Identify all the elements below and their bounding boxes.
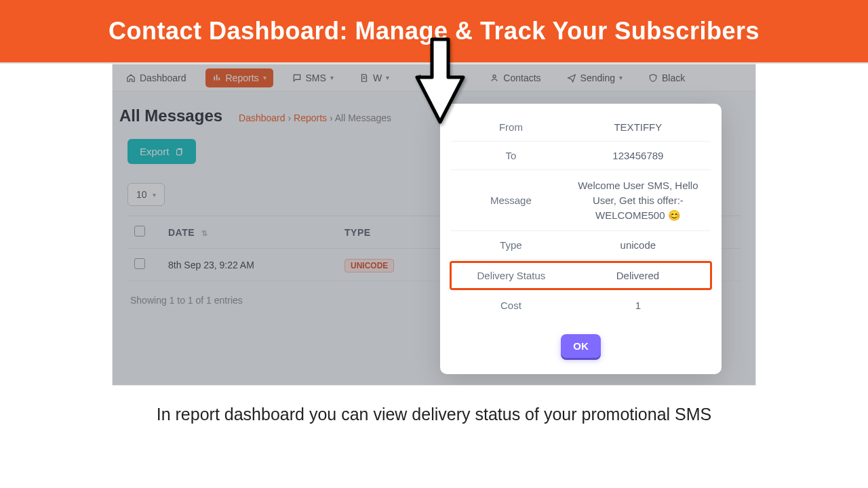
- chevron-down-icon: ▾: [263, 74, 267, 81]
- nav-dashboard[interactable]: Dashboard: [119, 68, 193, 87]
- sort-icon[interactable]: ⇅: [201, 229, 208, 237]
- nav-sms[interactable]: SMS ▾: [285, 68, 340, 87]
- breadcrumb-sep: ›: [330, 113, 335, 123]
- nav-w[interactable]: W ▾: [353, 68, 396, 87]
- nav-label: Reports: [226, 73, 259, 83]
- col-date[interactable]: DATE: [168, 227, 195, 238]
- modal-row-type: Type unicode: [451, 231, 711, 260]
- page-size-select[interactable]: 10 ▾: [127, 183, 165, 206]
- chevron-down-icon: ▾: [619, 74, 623, 81]
- modal-value: 123456789: [568, 150, 708, 161]
- chevron-down-icon: ▾: [153, 191, 156, 199]
- copy-icon: [174, 147, 184, 157]
- shield-icon: [648, 73, 658, 83]
- breadcrumb-item[interactable]: Dashboard: [239, 113, 285, 123]
- breadcrumb-item[interactable]: Reports: [294, 113, 327, 123]
- row-checkbox[interactable]: [134, 258, 145, 269]
- page-size-value: 10: [136, 189, 147, 200]
- breadcrumb-sep: ›: [288, 113, 294, 123]
- export-label: Export: [140, 146, 169, 157]
- modal-row-message: Message Welcome User SMS, Hello User, Ge…: [451, 170, 711, 231]
- modal-value: Delivered: [568, 270, 707, 281]
- modal-value: Welcome User SMS, Hello User, Get this o…: [568, 178, 708, 222]
- nav-black[interactable]: Black: [642, 68, 692, 87]
- bars-icon: [212, 73, 222, 83]
- modal-row-cost: Cost 1: [451, 291, 711, 319]
- chevron-down-icon: ▾: [386, 74, 389, 81]
- modal-value: unicode: [568, 239, 708, 251]
- modal-key: From: [454, 121, 568, 133]
- svg-rect-1: [177, 149, 182, 155]
- nav-label: W: [373, 73, 382, 83]
- nav-reports[interactable]: Reports ▾: [205, 68, 273, 87]
- col-type[interactable]: TYPE: [344, 227, 371, 238]
- page-title: All Messages: [119, 106, 222, 125]
- ok-label: OK: [573, 340, 589, 352]
- modal-key: To: [454, 150, 568, 161]
- ok-button[interactable]: OK: [561, 334, 601, 358]
- doc-icon: [359, 73, 369, 83]
- home-icon: [126, 73, 136, 83]
- user-icon: [490, 73, 499, 83]
- select-all-checkbox[interactable]: [134, 226, 145, 237]
- cell-date: 8th Sep 23, 9:22 AM: [161, 249, 338, 281]
- send-icon: [567, 73, 576, 83]
- nav-label: Black: [662, 73, 685, 83]
- modal-value: 1: [568, 300, 708, 311]
- export-button[interactable]: Export: [127, 139, 196, 164]
- modal-key: Cost: [454, 300, 568, 311]
- modal-row-to: To 123456789: [451, 142, 711, 170]
- nav-label: Contacts: [503, 73, 540, 83]
- svg-point-0: [493, 75, 496, 77]
- nav-sending[interactable]: Sending ▾: [560, 68, 629, 87]
- nav-label: Sending: [580, 73, 615, 83]
- modal-value: TEXTIFFY: [568, 121, 708, 133]
- down-arrow-icon: [414, 37, 466, 126]
- breadcrumb-item: All Messages: [335, 113, 391, 123]
- chat-icon: [292, 73, 302, 83]
- nav-label: Dashboard: [140, 73, 186, 83]
- modal-row-delivery-status: Delivery Status Delivered: [450, 261, 712, 290]
- nav-label: SMS: [306, 73, 326, 83]
- modal-key: Message: [454, 195, 568, 206]
- breadcrumb: Dashboard › Reports › All Messages: [239, 113, 391, 123]
- modal-key: Delivery Status: [454, 270, 568, 281]
- type-badge: UNICODE: [344, 259, 394, 272]
- chevron-down-icon: ▾: [330, 74, 334, 81]
- modal-key: Type: [454, 239, 568, 251]
- message-detail-modal: From TEXTIFFY To 123456789 Message Welco…: [440, 104, 722, 374]
- caption-text: In report dashboard you can view deliver…: [112, 405, 756, 424]
- nav-contacts[interactable]: Contacts: [483, 68, 547, 87]
- modal-row-from: From TEXTIFFY: [451, 113, 711, 142]
